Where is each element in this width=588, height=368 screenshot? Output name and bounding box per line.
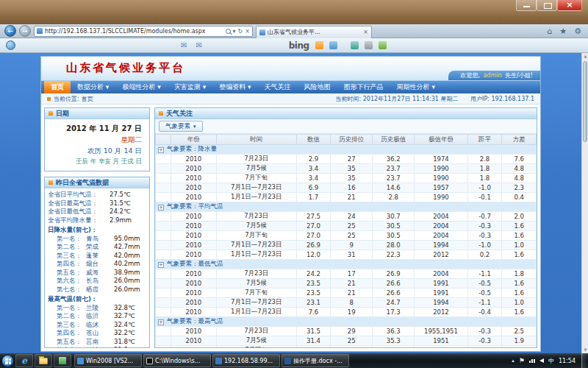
toolbar-app3-icon[interactable] [379, 41, 387, 49]
table-row[interactable]: 20107月1日—7月23日6.91614.61957-1.02.3 [156, 183, 537, 193]
table-row[interactable]: 20107月5候3.43523.719901.84.8 [156, 164, 537, 174]
browser-tab[interactable]: 山东省气候业务平... × [256, 26, 372, 38]
expand-icon[interactable]: + [158, 262, 164, 268]
nav-tab[interactable]: 整编资料 ▾ [212, 81, 257, 93]
table-row[interactable]: 20107月23日27.52430.72004-0.72.0 [156, 212, 537, 222]
nav-tab[interactable]: 首页 [44, 81, 71, 93]
station-name[interactable]: 苍山 [86, 329, 114, 338]
volume-icon[interactable] [539, 358, 544, 363]
station-name[interactable]: 郯城 [86, 346, 114, 347]
toolbar-app2-icon[interactable] [365, 41, 373, 49]
app-taskbar-icon[interactable] [54, 354, 71, 367]
station-name[interactable]: 烟台 [86, 260, 114, 269]
url-text[interactable]: http://192.168.137.1/SLCCLIMATE/modules/… [45, 28, 223, 35]
start-button[interactable] [1, 355, 14, 367]
table-row[interactable]: 20107月23日24.21726.92004-1.11.8 [156, 269, 537, 279]
station-name[interactable]: 栖霞 [86, 286, 114, 294]
table-cell: 24.7 [373, 298, 415, 308]
toolbar-app-icon[interactable] [351, 41, 359, 49]
table-row[interactable]: 20101月1日—7月23日1.7212.81990-0.10.4 [156, 193, 537, 202]
station-name[interactable]: 长岛 [86, 277, 114, 286]
action-center-flag-icon[interactable]: ⚑ [519, 357, 525, 364]
tab-close-icon[interactable]: × [363, 29, 368, 35]
table-row[interactable]: 20107月5候31.42535.31951-0.31.9 [156, 336, 537, 346]
station-name[interactable]: 荣成 [86, 243, 114, 252]
taskbar-window-button[interactable]: Win2008 [VS2... [74, 354, 142, 367]
maximize-button[interactable] [537, 0, 557, 11]
table-row[interactable]: 20107月5候23.52126.61991-0.51.6 [156, 279, 537, 289]
search-icon[interactable] [226, 29, 231, 34]
station-name[interactable]: 青岛 [86, 235, 114, 244]
station-name[interactable]: 兰陵 [86, 304, 114, 313]
table-row[interactable]: 20107月1日—7月23日26.9928.01994-1.01.0 [156, 241, 537, 250]
scroll-up-icon[interactable]: ▲ [582, 53, 588, 60]
table-row[interactable]: 20107月5候27.02530.52004-0.31.6 [156, 222, 537, 231]
table-row[interactable]: 20101月1日—7月23日12.03122.320120.21.6 [156, 250, 537, 260]
toolbar-logo-icon[interactable] [6, 40, 15, 50]
station-name[interactable]: 莒南 [86, 338, 114, 347]
browser-back-button[interactable] [4, 25, 16, 37]
home-icon[interactable]: ⌂ [547, 26, 552, 36]
nav-tab[interactable]: 灾害监测 ▾ [168, 81, 212, 93]
network-icon[interactable] [529, 358, 535, 364]
station-name[interactable]: 临沂 [86, 312, 114, 321]
nav-tab[interactable]: 图形下行产品 [337, 81, 390, 93]
element-filter-button[interactable]: 气象要素 ▾ [159, 121, 203, 132]
table-section-row[interactable]: +气象要素：降水量 [156, 145, 537, 155]
close-button[interactable] [557, 0, 582, 11]
nav-tab[interactable]: 周期性分析 ▾ [390, 81, 442, 93]
expand-icon[interactable]: + [158, 147, 164, 153]
favorites-star-icon[interactable]: ★ [559, 26, 567, 36]
table-row[interactable]: 20101月1日—7月23日7.61917.32012-0.41.6 [156, 308, 537, 317]
table-row[interactable]: 20107月下旬27.02530.52004-0.31.6 [156, 231, 537, 241]
table-row[interactable]: 20107月下旬3.43523.719901.84.8 [156, 174, 537, 183]
expand-icon[interactable]: + [158, 319, 164, 325]
ie-taskbar-icon[interactable]: e [15, 354, 33, 367]
expand-icon[interactable]: + [158, 205, 164, 210]
address-bar[interactable]: http://192.168.137.1/SLCCLIMATE/modules/… [34, 26, 253, 37]
taskbar-window-button[interactable]: 192.168.58.99... [212, 354, 280, 367]
refresh-icon[interactable]: ↻ [238, 28, 243, 35]
msn-icon[interactable] [315, 41, 323, 49]
station-name[interactable]: 威海 [86, 269, 114, 277]
stop-icon[interactable]: × [245, 28, 250, 35]
scrollbar-thumb[interactable] [583, 61, 587, 142]
nav-tab[interactable]: 天气关注 [258, 81, 298, 93]
nav-tab[interactable]: 风险地图 [298, 81, 337, 93]
explorer-taskbar-icon[interactable] [35, 354, 52, 367]
window-title-text: C:\Windows\s... [155, 358, 200, 364]
bing-logo[interactable]: bing [289, 40, 309, 51]
scroll-down-icon[interactable]: ▼ [582, 347, 588, 353]
browser-forward-button[interactable] [19, 25, 31, 37]
table-row[interactable]: 20107月下旬23.52126.61991-0.51.6 [156, 289, 537, 298]
mail2-icon[interactable]: ✉ [196, 41, 201, 49]
tray-expand-icon[interactable]: ▴ [512, 358, 514, 364]
page-scrollbar[interactable]: ▲ ▼ [581, 53, 588, 353]
table-cell: 2010 [171, 269, 216, 279]
table-row[interactable]: 20107月23日31.52936.31955,1951-0.32.5 [156, 327, 537, 336]
station-name[interactable]: 临沭 [86, 321, 114, 330]
table-row[interactable]: 20107月下旬31.42535.31951-0.31.9 [156, 346, 537, 348]
station-name[interactable]: 蓬莱 [86, 252, 114, 261]
table-section-row[interactable]: +气象要素：最高气温 [156, 317, 537, 327]
messenger-icon[interactable] [329, 41, 337, 49]
breadcrumb-value[interactable]: 首页 [82, 95, 93, 103]
taskbar-window-button[interactable]: C:\Windows\s... [143, 354, 211, 367]
table-row[interactable]: 20107月23日2.92736.219742.87.6 [156, 155, 537, 164]
table-section-row[interactable]: +气象要素：最低气温 [156, 260, 537, 269]
table-cell: 1955,1951 [415, 327, 468, 336]
taskbar-window-button[interactable]: 操作手册.docx -... [282, 354, 349, 367]
nav-tab[interactable]: 数据分析 ▾ [71, 81, 115, 93]
table-cell: 23.1 [296, 298, 331, 308]
show-desktop-button[interactable] [581, 353, 587, 368]
address-dropdown-icon[interactable]: ▾ [233, 28, 236, 35]
mail-icon[interactable]: ✉ [181, 41, 187, 49]
ime-language-indicator[interactable]: 中 [548, 357, 554, 365]
filter-bar: 气象要素 ▾ [155, 119, 537, 134]
minimize-button[interactable] [516, 0, 537, 11]
settings-gear-icon[interactable]: ⚙ [574, 26, 581, 36]
clock[interactable]: 11:54 [559, 358, 576, 364]
table-row[interactable]: 20107月1日—7月23日23.1824.71994-1.11.0 [156, 298, 537, 308]
table-section-row[interactable]: +气象要素：平均气温 [156, 202, 537, 212]
nav-tab[interactable]: 极端性分析 ▾ [115, 81, 167, 93]
